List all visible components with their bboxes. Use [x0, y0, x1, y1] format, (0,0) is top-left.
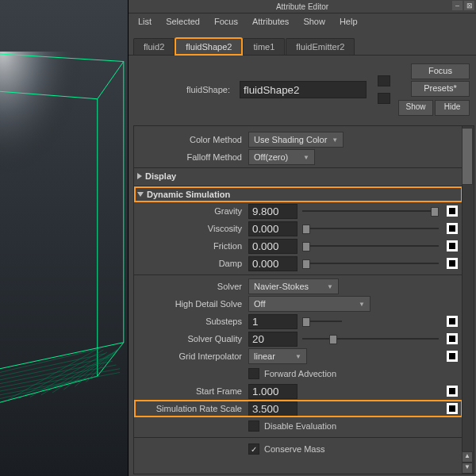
row-simulation-rate-scale: Simulation Rate Scale	[134, 400, 463, 417]
connect-icon[interactable]	[447, 333, 458, 344]
menu-help[interactable]: Help	[333, 15, 364, 28]
menu-attributes[interactable]: Attributes	[246, 15, 295, 28]
svg-point-0	[0, 52, 98, 219]
viewport-3d[interactable]	[0, 0, 129, 476]
slider-damp[interactable]	[302, 257, 439, 270]
scrollbar-vertical[interactable]: ▲ ▼	[462, 126, 474, 474]
node-name-row: fluidShape: Focus Presets* Show Hide	[129, 56, 476, 122]
connect-icon[interactable]	[447, 351, 458, 362]
field-solver-quality[interactable]	[248, 332, 298, 347]
row-solver: Solver Navier-Stokes▼	[134, 278, 463, 295]
field-gravity[interactable]	[248, 204, 298, 219]
connect-icon[interactable]	[447, 205, 458, 217]
chevron-down-icon	[137, 192, 144, 197]
svg-line-22	[63, 350, 117, 390]
svg-line-7	[98, 62, 124, 99]
checkbox-conserve-mass[interactable]: ✓	[248, 443, 259, 455]
attribute-editor-panel: Attribute Editor – ⊠ List Selected Focus…	[129, 0, 476, 476]
show-button[interactable]: Show	[398, 100, 433, 116]
checkbox-disable-eval[interactable]	[248, 420, 259, 432]
svg-line-16	[0, 376, 98, 398]
tab-fluidemitter2[interactable]: fluidEmitter2	[286, 38, 355, 55]
section-display[interactable]: Display	[134, 168, 463, 184]
node-name-field[interactable]	[240, 81, 367, 98]
tab-fluid2[interactable]: fluid2	[133, 38, 175, 55]
menubar: List Selected Focus Attributes Show Help	[129, 13, 476, 29]
svg-line-19	[30, 352, 107, 397]
svg-line-24	[86, 345, 122, 382]
row-start-frame: Start Frame	[134, 382, 463, 400]
connect-icon[interactable]	[447, 240, 458, 251]
row-disable-eval: Disable Evaluation	[134, 417, 463, 435]
row-grid-interp: Grid Interpolator linear▼	[134, 347, 463, 365]
window-title: Attribute Editor	[276, 2, 328, 11]
menu-focus[interactable]: Focus	[208, 15, 244, 28]
field-substeps[interactable]	[248, 314, 298, 329]
output-connection-icon[interactable]	[378, 93, 390, 104]
close-icon[interactable]: ⊠	[464, 1, 474, 10]
dropdown-grid-interp[interactable]: linear▼	[248, 348, 307, 364]
slider-friction[interactable]	[302, 240, 439, 252]
row-gravity: Gravity	[134, 202, 463, 220]
window-titlebar: Attribute Editor – ⊠	[129, 0, 476, 13]
connect-icon[interactable]	[447, 316, 458, 327]
row-falloff-method: Falloff Method Off(zero)▼	[134, 148, 463, 166]
svg-line-6	[0, 376, 98, 402]
slider-gravity[interactable]	[302, 205, 439, 217]
tab-fluidshape2[interactable]: fluidShape2	[175, 38, 242, 55]
connect-icon[interactable]	[447, 223, 458, 234]
dropdown-color-method[interactable]: Use Shading Color▼	[248, 132, 344, 148]
row-solver-quality: Solver Quality	[134, 330, 463, 347]
connect-icon[interactable]	[447, 403, 458, 414]
scroll-up-icon[interactable]: ▲	[462, 451, 473, 463]
row-substeps: Substeps	[134, 313, 463, 330]
slider-viscosity[interactable]	[302, 222, 439, 235]
section-dynamic-simulation[interactable]: Dynamic Simulation	[134, 186, 463, 202]
svg-line-3	[0, 343, 124, 369]
scrollbar-thumb[interactable]	[462, 128, 473, 185]
node-tabs: fluid2 fluidShape2 time1 fluidEmitter2	[129, 34, 476, 56]
field-viscosity[interactable]	[248, 221, 298, 236]
connect-icon[interactable]	[447, 258, 458, 269]
connect-icon[interactable]	[447, 386, 458, 397]
svg-line-17	[7, 347, 99, 400]
row-high-detail: High Detail Solve Off▼	[134, 295, 463, 313]
checkbox-forward-advection[interactable]	[248, 368, 259, 379]
scroll-down-icon[interactable]: ▼	[462, 463, 473, 474]
row-forward-advection: Forward Advection	[134, 365, 463, 382]
focus-button[interactable]: Focus	[411, 63, 470, 79]
dropdown-falloff-method[interactable]: Off(zero)▼	[248, 149, 315, 165]
menu-show[interactable]: Show	[297, 15, 332, 28]
dropdown-high-detail[interactable]: Off▼	[248, 296, 370, 312]
hide-button[interactable]: Hide	[435, 100, 470, 116]
minimize-icon[interactable]: –	[452, 1, 463, 10]
field-simulation-rate-scale[interactable]	[248, 401, 298, 416]
presets-button[interactable]: Presets*	[411, 81, 470, 97]
row-color-method: Color Method Use Shading Color▼	[134, 131, 463, 148]
row-conserve-mass: ✓ Conserve Mass	[134, 440, 463, 458]
row-viscosity: Viscosity	[134, 220, 463, 237]
row-damp: Damp	[134, 255, 463, 272]
slider-solver-quality[interactable]	[302, 332, 439, 345]
dropdown-solver[interactable]: Navier-Stokes▼	[248, 278, 339, 294]
field-start-frame[interactable]	[248, 384, 298, 399]
tab-time1[interactable]: time1	[243, 38, 285, 55]
menu-selected[interactable]: Selected	[159, 15, 206, 28]
field-friction[interactable]	[248, 239, 298, 254]
node-name-label: fluidShape:	[135, 85, 235, 94]
input-connection-icon[interactable]	[378, 75, 390, 86]
chevron-right-icon	[137, 173, 142, 179]
slider-substeps[interactable]	[302, 315, 342, 328]
attribute-scroll-pane: Color Method Use Shading Color▼ Falloff …	[133, 125, 474, 474]
menu-list[interactable]: List	[132, 15, 158, 28]
svg-line-10	[0, 354, 105, 376]
row-friction: Friction	[134, 237, 463, 255]
field-damp[interactable]	[248, 256, 298, 271]
svg-line-9	[0, 348, 102, 372]
